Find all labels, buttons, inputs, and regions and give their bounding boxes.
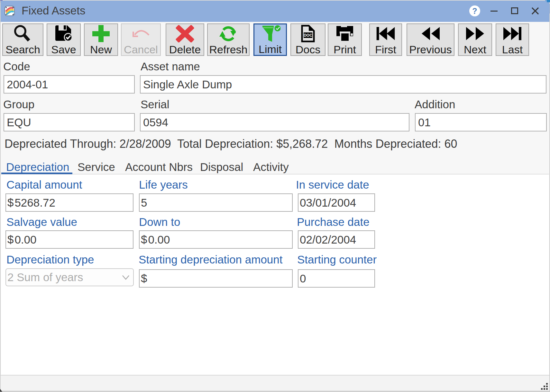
svg-text:DOC: DOC [304,33,312,38]
